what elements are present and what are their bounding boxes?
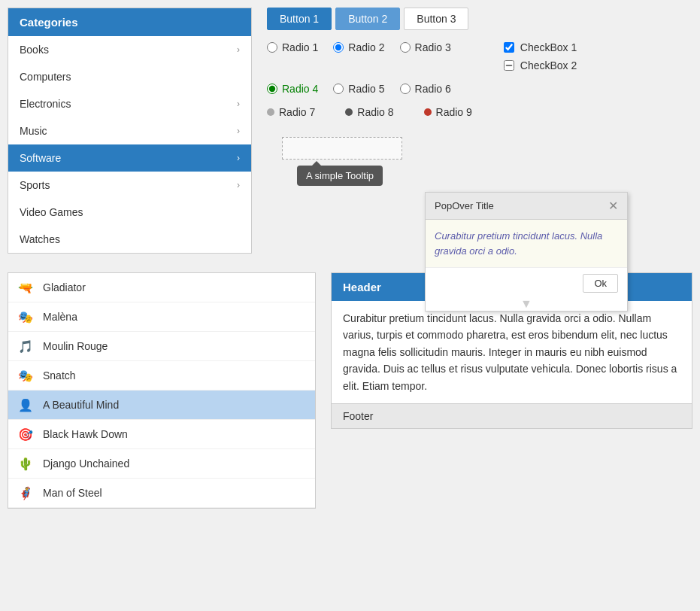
popover-close-button[interactable]: ✕: [608, 199, 618, 213]
radio-checkbox-section: Radio 1 Radio 2 Radio 3 CheckBox 1 Check…: [267, 41, 692, 71]
popover-title: PopOver Title: [435, 200, 494, 211]
movie-item-moulin_rouge[interactable]: 🎵Moulin Rouge: [8, 332, 315, 361]
radio-9[interactable]: Radio 9: [424, 106, 472, 118]
sidebar-item-music[interactable]: Music›: [8, 117, 251, 144]
radio-7[interactable]: Radio 7: [267, 106, 315, 118]
radio-9-dot: [424, 108, 432, 116]
radio-8-dot: [345, 108, 353, 116]
movie-name-django: Django Unchained: [43, 457, 129, 470]
button-3[interactable]: Button 3: [404, 8, 468, 30]
popover-body: Curabitur pretium tincidunt lacus. Nulla…: [426, 220, 627, 267]
radio-row-1: Radio 1 Radio 2 Radio 3: [267, 41, 451, 53]
category-label: Sports: [20, 179, 50, 191]
radio-3[interactable]: Radio 3: [400, 41, 451, 53]
button-2[interactable]: Button 2: [335, 8, 400, 30]
movie-name-malena: Malèna: [43, 311, 77, 323]
category-label: Computers: [20, 71, 71, 83]
popover-arrow: ▼: [426, 297, 627, 311]
popover-ok-button[interactable]: Ok: [583, 274, 618, 293]
sidebar-item-computers[interactable]: Computers: [8, 63, 251, 90]
card-body: Curabitur pretium tincidunt lacus. Nulla…: [332, 301, 692, 403]
popover-header: PopOver Title ✕: [426, 193, 627, 220]
movie-item-gladiator[interactable]: 🔫Gladiator: [8, 273, 315, 302]
category-list: Books›ComputersElectronics›Music›Softwar…: [8, 36, 251, 253]
category-label: Music: [20, 125, 47, 137]
tooltip-box: A simple Tooltip: [297, 166, 383, 186]
movie-icon-snatch: 🎭: [17, 367, 34, 384]
radio-1[interactable]: Radio 1: [267, 41, 318, 53]
movie-item-man_of_steel[interactable]: 🦸Man of Steel: [8, 479, 315, 508]
movie-icon-black_hawk: 🎯: [17, 426, 34, 442]
chevron-icon: ›: [237, 180, 240, 190]
category-label: Software: [20, 152, 61, 164]
categories-header: Categories: [8, 8, 251, 36]
radio-row-3: Radio 7 Radio 8 Radio 9: [267, 106, 692, 118]
buttons-row: Button 1 Button 2 Button 3: [267, 8, 692, 30]
movie-item-black_hawk[interactable]: 🎯Black Hawk Down: [8, 420, 315, 449]
sidebar-item-electronics[interactable]: Electronics›: [8, 90, 251, 117]
radio-5[interactable]: Radio 5: [333, 83, 384, 95]
category-label: Video Games: [20, 206, 83, 218]
chevron-icon: ›: [237, 44, 240, 55]
sidebar-item-books[interactable]: Books›: [8, 36, 251, 63]
tooltip-trigger[interactable]: [282, 137, 402, 160]
movie-icon-moulin_rouge: 🎵: [17, 338, 34, 354]
tooltip-area: A simple Tooltip: [267, 137, 692, 197]
checkbox-2[interactable]: CheckBox 2: [504, 59, 577, 71]
movie-icon-django: 🌵: [17, 455, 34, 472]
popover-footer: Ok: [426, 267, 627, 299]
movie-name-beautiful_mind: A Beautiful Mind: [43, 399, 119, 411]
movie-item-django[interactable]: 🌵Django Unchained: [8, 449, 315, 479]
checkbox-section: CheckBox 1 CheckBox 2: [504, 41, 577, 71]
movie-name-man_of_steel: Man of Steel: [43, 487, 102, 499]
movie-item-snatch[interactable]: 🎭Snatch: [8, 361, 315, 391]
checkbox-1[interactable]: CheckBox 1: [504, 41, 577, 53]
sidebar-item-watches[interactable]: Watches: [8, 226, 251, 253]
radio-row-2: Radio 4 Radio 5 Radio 6: [267, 83, 692, 95]
chevron-icon: ›: [237, 126, 240, 136]
categories-panel: Categories Books›ComputersElectronics›Mu…: [8, 8, 252, 254]
movie-item-beautiful_mind[interactable]: 👤A Beautiful Mind: [8, 391, 315, 420]
radio-4[interactable]: Radio 4: [267, 83, 318, 95]
button-1[interactable]: Button 1: [267, 8, 332, 30]
radio-6[interactable]: Radio 6: [400, 83, 451, 95]
movie-name-black_hawk: Black Hawk Down: [43, 428, 128, 440]
movie-icon-man_of_steel: 🦸: [17, 485, 34, 501]
card-footer: Footer: [332, 403, 692, 428]
category-label: Electronics: [20, 98, 71, 110]
movie-item-malena[interactable]: 🎭Malèna: [8, 302, 315, 332]
movie-icon-malena: 🎭: [17, 309, 34, 325]
chevron-icon: ›: [237, 99, 240, 109]
popover: PopOver Title ✕ Curabitur pretium tincid…: [425, 192, 628, 312]
category-label: Books: [20, 44, 49, 56]
radio-2[interactable]: Radio 2: [333, 41, 384, 53]
radio-7-dot: [267, 108, 274, 116]
movie-icon-beautiful_mind: 👤: [17, 397, 34, 413]
movie-name-gladiator: Gladiator: [43, 281, 86, 293]
sidebar-item-software[interactable]: Software›: [8, 144, 251, 172]
movie-name-snatch: Snatch: [43, 369, 76, 381]
chevron-icon: ›: [237, 153, 240, 163]
radio-8[interactable]: Radio 8: [345, 106, 393, 118]
movie-icon-gladiator: 🔫: [17, 279, 34, 296]
movie-list[interactable]: 🔫Gladiator🎭Malèna🎵Moulin Rouge🎭Snatch👤A …: [8, 272, 316, 509]
movie-name-moulin_rouge: Moulin Rouge: [43, 340, 108, 352]
category-label: Watches: [20, 233, 60, 245]
right-panel: Button 1 Button 2 Button 3 Radio 1 Radio…: [267, 8, 692, 197]
sidebar-item-sports[interactable]: Sports›: [8, 172, 251, 199]
sidebar-item-videogames[interactable]: Video Games: [8, 199, 251, 226]
